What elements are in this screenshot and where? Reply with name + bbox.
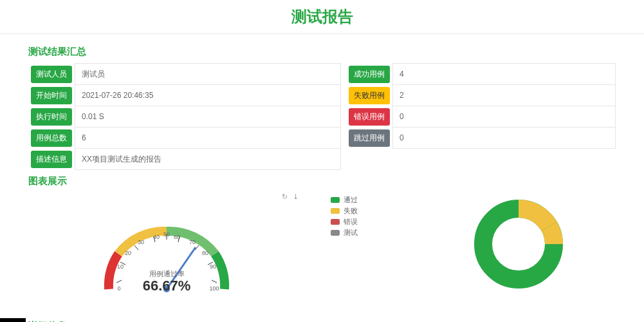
chart-legend: 通过 失败 错误 测试	[331, 193, 395, 239]
bottom-bar-icon	[0, 318, 26, 322]
page-header: 测试报告	[0, 0, 644, 34]
legend-swatch-fail	[331, 208, 340, 214]
svg-text:10: 10	[117, 263, 124, 270]
summary-right-table: 成功用例4 失败用例2 错误用例0 跳过用例0	[346, 63, 616, 149]
charts-heading: 图表展示	[28, 175, 616, 187]
svg-text:90: 90	[210, 263, 216, 270]
gauge-value: 66.67%	[143, 278, 191, 294]
value-skip: 0	[393, 128, 616, 149]
svg-text:70: 70	[189, 239, 196, 245]
value-total: 6	[75, 128, 341, 149]
label-fail: 失败用例	[349, 87, 390, 104]
legend-swatch-pass	[331, 197, 340, 203]
summary-heading: 测试结果汇总	[28, 46, 616, 58]
gauge-label: 用例通过率	[149, 270, 185, 278]
legend-swatch-test	[331, 230, 340, 236]
svg-text:60: 60	[174, 234, 180, 240]
label-total: 用例总数	[31, 129, 72, 147]
refresh-icon[interactable]: ↻	[282, 193, 288, 201]
legend-label-pass: 通过	[344, 195, 358, 205]
value-error: 0	[393, 106, 616, 128]
page-title: 测试报告	[0, 6, 644, 27]
svg-text:80: 80	[202, 250, 208, 256]
label-tester: 测试人员	[31, 66, 72, 83]
value-desc: XX项目测试生成的报告	[75, 149, 341, 170]
label-start: 开始时间	[31, 87, 72, 104]
svg-text:40: 40	[153, 234, 160, 240]
svg-line-8	[212, 280, 217, 283]
svg-text:20: 20	[125, 250, 131, 256]
label-duration: 执行时间	[31, 108, 72, 126]
value-start: 2021-07-26 20:46:35	[75, 85, 341, 106]
donut-chart	[421, 193, 616, 296]
svg-text:50: 50	[163, 231, 170, 238]
value-pass: 4	[393, 64, 616, 85]
label-desc: 描述信息	[31, 151, 72, 168]
value-duration: 0.01 S	[75, 106, 341, 128]
label-skip: 跳过用例	[349, 129, 390, 147]
value-tester: 测试员	[75, 64, 341, 85]
svg-text:0: 0	[117, 285, 120, 292]
legend-swatch-error	[331, 219, 340, 225]
legend-label-error: 错误	[344, 217, 358, 227]
svg-text:100: 100	[209, 285, 219, 292]
legend-label-fail: 失败	[344, 206, 358, 216]
legend-label-test: 测试	[344, 228, 358, 238]
label-pass: 成功用例	[349, 66, 390, 83]
svg-line-0	[116, 280, 122, 283]
svg-text:30: 30	[138, 239, 144, 245]
download-icon[interactable]: ⤓	[293, 193, 299, 201]
summary-left-table: 测试人员测试员 开始时间2021-07-26 20:46:35 执行时间0.01…	[28, 63, 341, 170]
value-fail: 2	[393, 85, 616, 106]
svg-line-2	[134, 245, 138, 250]
gauge-chart: ↻ ⤓ 01020 304050	[28, 193, 305, 315]
label-error: 错误用例	[349, 108, 390, 126]
